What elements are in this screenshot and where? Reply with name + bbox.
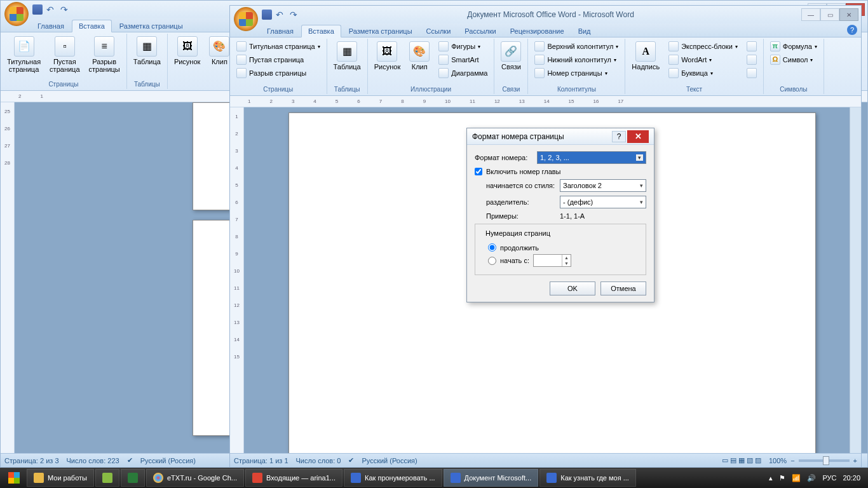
format-label: Формат номера:	[475, 154, 533, 161]
start-at-label: начать с:	[500, 257, 529, 264]
cover-label: Титульная страница	[7, 58, 41, 73]
task-item[interactable]: Как пронумеровать ...	[344, 469, 442, 487]
save-icon[interactable]	[262, 10, 272, 20]
cover-page-button[interactable]: 📄Титульная страница	[4, 35, 43, 74]
links-button[interactable]: 🔗Связи	[498, 40, 524, 72]
tray-lang[interactable]: РУС	[822, 474, 836, 482]
tray-up-icon[interactable]: ▴	[769, 474, 773, 482]
view-buttons[interactable]: ▭ ▤ ▦ ▧ ▨	[722, 456, 761, 464]
save-icon[interactable]	[32, 4, 43, 15]
separator-combo[interactable]: - (дефис)▾	[560, 196, 646, 208]
status-words[interactable]: Число слов: 223	[67, 457, 119, 464]
task-item[interactable]: Как узнать где моя ...	[539, 469, 636, 487]
status-lang[interactable]: Русский (Россия)	[140, 457, 196, 464]
blank-page-button[interactable]: Пустая страница	[234, 53, 323, 66]
symbol-button[interactable]: ΩСимвол ▾	[768, 53, 820, 66]
tray-volume-icon[interactable]: 🔊	[807, 474, 816, 482]
tab-mail[interactable]: Рассылки	[458, 25, 502, 37]
continue-label: продолжить	[500, 244, 539, 252]
chart-button[interactable]: Диаграмма	[436, 67, 490, 79]
redo-icon[interactable]	[60, 4, 71, 15]
dialog-close-button[interactable]: ✕	[627, 130, 649, 143]
task-item-active[interactable]: Документ Microsoft...	[444, 469, 539, 487]
start-button[interactable]	[3, 469, 25, 487]
undo-icon[interactable]	[46, 4, 57, 15]
picture-button[interactable]: 🖼Рисунок	[172, 35, 203, 67]
task-item[interactable]: Мои работы	[27, 469, 94, 487]
system-tray[interactable]: ▴ ⚑ 📶 🔊 РУС 20:20	[764, 474, 865, 482]
break-label: Разрыв страницы	[89, 58, 120, 73]
footer-button[interactable]: Нижний колонтитул ▾	[532, 53, 621, 66]
group-links-label: Связи	[498, 85, 524, 94]
quickparts-button[interactable]: Экспресс-блоки ▾	[666, 40, 740, 53]
tab-layout[interactable]: Разметка страницы	[342, 25, 419, 37]
tab-review[interactable]: Рецензирование	[504, 25, 571, 37]
smartart-button[interactable]: SmartArt	[436, 53, 490, 66]
sig-button[interactable]	[744, 40, 759, 53]
picture-button[interactable]: 🖼Рисунок	[372, 40, 403, 72]
dialog-help-button[interactable]: ?	[612, 131, 626, 142]
wordart-button[interactable]: WordArt ▾	[666, 53, 740, 66]
status-page[interactable]: Страница: 2 из 3	[4, 457, 59, 464]
tab-view[interactable]: Вид	[572, 25, 597, 37]
clip-button[interactable]: 🎨Клип	[207, 35, 232, 67]
page-break-button[interactable]: ≡Разрыв страницы	[86, 35, 123, 74]
ruler-v-2: 123456789101112131415	[230, 107, 244, 453]
cover-page-button[interactable]: Титульная страница ▾	[234, 40, 323, 53]
start-at-spinner[interactable]: ▲▼	[533, 254, 571, 267]
office-button-2[interactable]	[234, 7, 258, 31]
status-words[interactable]: Число слов: 0	[296, 457, 341, 464]
task-item[interactable]: eTXT.ru - Google Ch...	[146, 469, 244, 487]
tab-refs[interactable]: Ссылки	[420, 25, 458, 37]
start-at-radio[interactable]	[488, 257, 496, 265]
ok-button[interactable]: OK	[550, 281, 595, 295]
style-combo[interactable]: Заголовок 2▾	[560, 179, 646, 192]
redo-icon[interactable]	[290, 10, 300, 20]
zoom-slider[interactable]	[799, 459, 850, 462]
group-symbols-label: Символы	[768, 85, 820, 94]
include-chapter-checkbox[interactable]	[475, 168, 482, 175]
help-icon[interactable]: ?	[847, 25, 857, 35]
tab-home[interactable]: Главная	[261, 25, 300, 37]
undo-icon[interactable]	[276, 10, 286, 20]
tab-insert[interactable]: Вставка	[301, 25, 341, 37]
page-break-button[interactable]: Разрыв страницы	[234, 67, 323, 79]
table-button[interactable]: ▦Таблица	[131, 35, 163, 67]
header-button[interactable]: Верхний колонтитул ▾	[532, 40, 621, 53]
obj-button[interactable]	[744, 67, 759, 79]
task-item[interactable]	[95, 469, 119, 487]
tab-insert[interactable]: Вставка	[72, 20, 112, 32]
group-pages-label: Страницы	[4, 79, 123, 89]
minimize-button[interactable]: —	[801, 8, 820, 21]
window-title-2: Документ Microsoft Office Word - Microso…	[300, 10, 801, 19]
shapes-button[interactable]: Фигуры ▾	[436, 40, 490, 53]
tray-time[interactable]: 20:20	[843, 474, 860, 482]
office-button-1[interactable]	[4, 2, 29, 26]
tab-layout[interactable]: Разметка страницы	[113, 20, 189, 32]
table-button[interactable]: ▦Таблица	[331, 40, 363, 72]
zoom-control[interactable]: 100% −+	[769, 457, 857, 464]
status-lang[interactable]: Русский (Россия)	[362, 457, 417, 464]
formula-button[interactable]: πФормула ▾	[768, 40, 820, 53]
cancel-button[interactable]: Отмена	[600, 281, 646, 295]
tray-network-icon[interactable]: 📶	[792, 474, 801, 482]
ruler-h-2: 1234567891011121314151617	[230, 96, 861, 107]
status-page[interactable]: Страница: 1 из 1	[234, 457, 288, 464]
maximize-button[interactable]: ▭	[820, 8, 839, 21]
task-item[interactable]: Входящие — arina1...	[245, 469, 342, 487]
dropcap-button[interactable]: Буквица ▾	[666, 67, 740, 79]
clip-button[interactable]: 🎨Клип	[407, 40, 432, 72]
scrollbar-v[interactable]	[850, 107, 861, 453]
style-label: начинается со стиля:	[486, 182, 556, 189]
format-combo[interactable]: 1, 2, 3, ...▾	[537, 151, 646, 164]
close-button[interactable]: ✕	[839, 8, 858, 21]
tray-flag-icon[interactable]: ⚑	[779, 474, 785, 482]
tab-home[interactable]: Главная	[31, 20, 71, 32]
page-number-button[interactable]: Номер страницы ▾	[532, 67, 621, 79]
task-item[interactable]	[121, 469, 145, 487]
continue-radio[interactable]	[488, 243, 496, 252]
blank-page-button[interactable]: ▫Пустая страница	[47, 35, 82, 74]
taskbar: Мои работы eTXT.ru - Google Ch... Входящ…	[0, 468, 868, 488]
date-button[interactable]	[744, 53, 759, 66]
textbox-button[interactable]: AНадпись	[629, 40, 662, 72]
